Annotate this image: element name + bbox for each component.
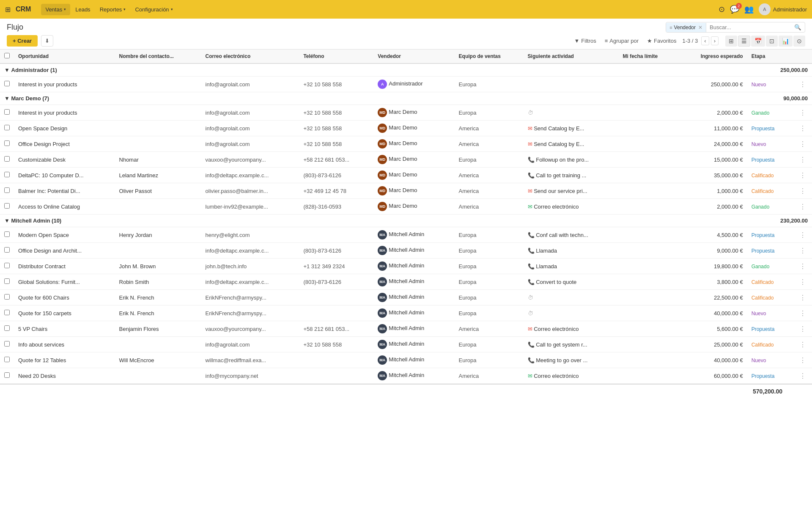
nav-leads[interactable]: Leads — [71, 4, 94, 15]
row-more-button[interactable]: ⋮ — [798, 203, 808, 210]
row-checkbox[interactable] — [4, 263, 10, 268]
nav-configuracion[interactable]: Configuración ▾ — [131, 4, 177, 15]
row-checkbox[interactable] — [4, 341, 10, 347]
table-row[interactable]: Customizable Desk Nhomar vauxoo@yourcomp… — [0, 152, 812, 168]
row-checkbox[interactable] — [4, 81, 10, 86]
table-row[interactable]: Info about services info@agrolait.com +3… — [0, 337, 812, 352]
table-row[interactable]: DeltaPC: 10 Computer D... Leland Martine… — [0, 168, 812, 183]
col-telefono[interactable]: Teléfono — [299, 50, 373, 64]
row-checkbox[interactable] — [4, 231, 10, 237]
table-row[interactable]: Global Solutions: Furnit... Robin Smith … — [0, 274, 812, 290]
next-page-button[interactable]: › — [711, 36, 719, 45]
table-row[interactable]: Quote for 12 Tables Will McEncroe willma… — [0, 352, 812, 368]
search-button[interactable]: 🔍 — [791, 22, 805, 32]
row-more-button[interactable]: ⋮ — [798, 294, 808, 301]
row-checkbox[interactable] — [4, 203, 10, 209]
row-checkbox[interactable] — [4, 247, 10, 253]
group-header-row[interactable]: ▼ Mitchell Admin (10) 230,200.00 — [0, 215, 812, 227]
table-row[interactable]: Open Space Design info@agrolait.com +32 … — [0, 121, 812, 136]
grid-icon[interactable]: ⊞ — [5, 6, 11, 14]
filter-tag-remove[interactable]: ✕ — [698, 25, 702, 30]
chart-view-button[interactable]: 📊 — [779, 36, 793, 47]
group-collapse-icon[interactable]: ▼ — [4, 67, 10, 73]
group-by-button[interactable]: ≡ Agrupar por — [602, 36, 641, 46]
help-icon[interactable]: ⊙ — [719, 5, 725, 14]
col-etapa[interactable]: Etapa — [747, 50, 793, 64]
calendar-view-button[interactable]: 📅 — [751, 36, 765, 47]
row-checkbox[interactable] — [4, 372, 10, 378]
row-more-button[interactable]: ⋮ — [798, 341, 808, 348]
table-row[interactable]: Need 20 Desks info@mycompany.net MAMitch… — [0, 368, 812, 384]
table-row[interactable]: Interest in your products info@agrolait.… — [0, 77, 812, 92]
nav-ventas[interactable]: Ventas ▾ — [41, 4, 70, 15]
select-all-header — [0, 50, 14, 64]
cell-telefono: (803)-873-6126 — [299, 168, 373, 183]
row-more-button[interactable]: ⋮ — [798, 187, 808, 195]
kanban-view-button[interactable]: ⊞ — [725, 36, 737, 47]
row-more-button[interactable]: ⋮ — [798, 357, 808, 364]
pivot-view-button[interactable]: ⊡ — [766, 36, 778, 47]
activity-view-button[interactable]: ⊙ — [793, 36, 805, 47]
group-header-row[interactable]: ▼ Marc Demo (7) 90,000.00 — [0, 92, 812, 105]
col-fecha[interactable]: Mi fecha límite — [618, 50, 678, 64]
stage-badge: Nuevo — [752, 141, 766, 147]
user-menu[interactable]: A Administrador — [759, 3, 807, 15]
row-more-button[interactable]: ⋮ — [798, 247, 808, 254]
filters-button[interactable]: ▼ Filtros — [571, 36, 598, 46]
col-email[interactable]: Correo electrónico — [201, 50, 299, 64]
table-row[interactable]: 5 VP Chairs Benjamin Flores vauxoo@yourc… — [0, 321, 812, 337]
row-checkbox[interactable] — [4, 278, 10, 284]
row-checkbox[interactable] — [4, 357, 10, 362]
row-checkbox[interactable] — [4, 109, 10, 115]
row-checkbox[interactable] — [4, 310, 10, 315]
contacts-icon[interactable]: 👥 — [744, 5, 754, 14]
row-checkbox[interactable] — [4, 294, 10, 300]
group-collapse-icon[interactable]: ▼ — [4, 95, 10, 102]
table-row[interactable]: Distributor Contract John M. Brown john.… — [0, 259, 812, 274]
row-checkbox[interactable] — [4, 187, 10, 193]
create-button[interactable]: + Crear — [7, 35, 38, 47]
row-more-button[interactable]: ⋮ — [798, 263, 808, 270]
group-collapse-icon[interactable]: ▼ — [4, 217, 10, 224]
table-row[interactable]: Interest in your products info@agrolait.… — [0, 105, 812, 121]
row-checkbox[interactable] — [4, 156, 10, 162]
select-all-checkbox[interactable] — [4, 53, 10, 58]
chat-icon[interactable]: 💬 2 — [730, 5, 739, 14]
row-more-button[interactable]: ⋮ — [798, 81, 808, 88]
row-more-button[interactable]: ⋮ — [798, 310, 808, 317]
table-row[interactable]: Quote for 150 carpets Erik N. French Eri… — [0, 305, 812, 321]
row-more-button[interactable]: ⋮ — [798, 172, 808, 179]
search-input[interactable] — [706, 22, 791, 32]
row-checkbox[interactable] — [4, 172, 10, 177]
row-more-button[interactable]: ⋮ — [798, 140, 808, 148]
row-checkbox[interactable] — [4, 140, 10, 146]
download-button[interactable]: ⬇ — [41, 35, 53, 47]
group-header-row[interactable]: ▼ Administrador (1) 250,000.00 — [0, 63, 812, 77]
col-equipo[interactable]: Equipo de ventas — [455, 50, 524, 64]
col-contacto[interactable]: Nombre del contacto... — [115, 50, 201, 64]
row-more-button[interactable]: ⋮ — [798, 156, 808, 163]
cell-equipo: Europa — [455, 290, 524, 305]
nav-reportes[interactable]: Reportes ▾ — [96, 4, 130, 15]
row-more-button[interactable]: ⋮ — [798, 325, 808, 333]
col-ingreso[interactable]: Ingreso esperado — [678, 50, 747, 64]
col-oportunidad[interactable]: Oportunidad — [14, 50, 115, 64]
row-checkbox[interactable] — [4, 125, 10, 130]
list-view-button[interactable]: ☰ — [738, 36, 750, 47]
row-more-button[interactable]: ⋮ — [798, 109, 808, 116]
col-vendedor[interactable]: Vendedor — [373, 50, 454, 64]
favorites-button[interactable]: ★ Favoritos — [645, 36, 679, 46]
table-row[interactable]: Quote for 600 Chairs Erik N. French Erik… — [0, 290, 812, 305]
row-more-button[interactable]: ⋮ — [798, 231, 808, 239]
table-row[interactable]: Office Design and Archit... info@deltapc… — [0, 243, 812, 259]
col-actividad[interactable]: Siguiente actividad — [524, 50, 619, 64]
prev-page-button[interactable]: ‹ — [701, 36, 709, 45]
table-row[interactable]: Access to Online Catalog lumber-inv92@ex… — [0, 199, 812, 215]
row-checkbox[interactable] — [4, 325, 10, 331]
row-more-button[interactable]: ⋮ — [798, 125, 808, 132]
table-row[interactable]: Modern Open Space Henry Jordan henry@eli… — [0, 227, 812, 243]
table-row[interactable]: Office Design Project info@agrolait.com … — [0, 136, 812, 152]
row-more-button[interactable]: ⋮ — [798, 278, 808, 286]
table-row[interactable]: Balmer Inc: Potential Di... Oliver Passo… — [0, 183, 812, 199]
row-more-button[interactable]: ⋮ — [798, 372, 808, 380]
